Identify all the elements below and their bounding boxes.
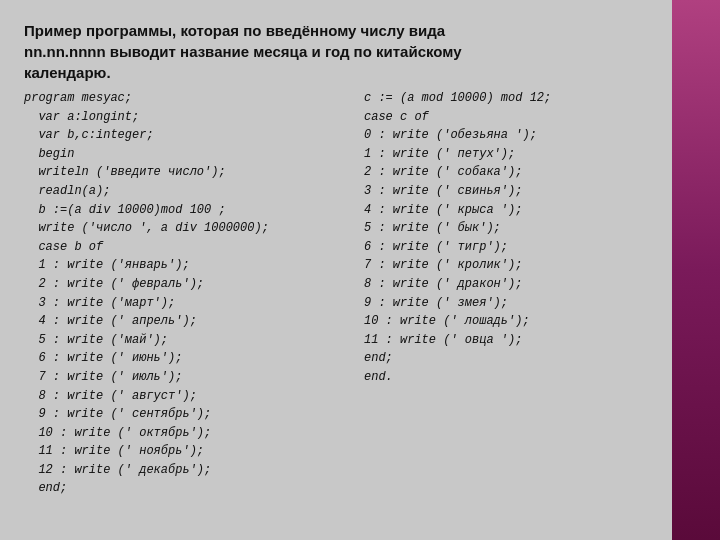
code-line-right-5: 3 : write (' свинья');: [364, 182, 604, 201]
code-line-right-3: 1 : write (' петух');: [364, 145, 604, 164]
code-line-right-12: 10 : write (' лошадь');: [364, 312, 604, 331]
code-line-right-9: 7 : write (' кролик');: [364, 256, 604, 275]
title-line1: Пример программы, которая по введённому …: [24, 22, 445, 39]
code-line-left-16: 8 : write (' август');: [24, 387, 344, 406]
title-line3: календарю.: [24, 64, 111, 81]
code-line-left-4: writeln ('введите число');: [24, 163, 344, 182]
code-line-left-3: begin: [24, 145, 344, 164]
code-line-right-7: 5 : write (' бык');: [364, 219, 604, 238]
main-content: Пример программы, которая по введённому …: [0, 0, 672, 540]
code-line-left-15: 7 : write (' июль');: [24, 368, 344, 387]
code-line-right-13: 11 : write (' овца ');: [364, 331, 604, 350]
code-line-left-7: write ('число ', a div 1000000);: [24, 219, 344, 238]
code-line-right-11: 9 : write (' змея');: [364, 294, 604, 313]
code-line-right-14: end;: [364, 349, 604, 368]
code-line-left-8: case b of: [24, 238, 344, 257]
code-line-left-0: program mesyac;: [24, 89, 344, 108]
code-left: program mesyac; var a:longint; var b,c:i…: [24, 89, 344, 498]
code-line-left-5: readln(a);: [24, 182, 344, 201]
code-line-right-4: 2 : write (' собака');: [364, 163, 604, 182]
code-line-left-1: var a:longint;: [24, 108, 344, 127]
sidebar: [672, 0, 720, 540]
code-line-right-2: 0 : write ('обезьяна ');: [364, 126, 604, 145]
code-line-left-10: 2 : write (' февраль');: [24, 275, 344, 294]
code-right: c := (a mod 10000) mod 12;case c of0 : w…: [344, 89, 604, 498]
code-line-left-19: 11 : write (' ноябрь');: [24, 442, 344, 461]
code-line-left-18: 10 : write (' октябрь');: [24, 424, 344, 443]
code-line-left-14: 6 : write (' июнь');: [24, 349, 344, 368]
code-block: program mesyac; var a:longint; var b,c:i…: [24, 89, 648, 498]
code-line-right-0: c := (a mod 10000) mod 12;: [364, 89, 604, 108]
code-line-left-9: 1 : write ('январь');: [24, 256, 344, 275]
code-line-left-11: 3 : write ('март');: [24, 294, 344, 313]
title-block: Пример программы, которая по введённому …: [24, 20, 648, 83]
code-line-right-8: 6 : write (' тигр');: [364, 238, 604, 257]
code-line-right-16: end.: [364, 368, 604, 387]
code-line-left-17: 9 : write (' сентябрь');: [24, 405, 344, 424]
code-line-left-12: 4 : write (' апрель');: [24, 312, 344, 331]
code-line-left-2: var b,c:integer;: [24, 126, 344, 145]
title-line2: nn.nn.nnnn выводит название месяца и год…: [24, 43, 462, 60]
code-line-right-10: 8 : write (' дракон');: [364, 275, 604, 294]
code-line-left-13: 5 : write ('май');: [24, 331, 344, 350]
code-line-right-1: case c of: [364, 108, 604, 127]
code-line-left-20: 12 : write (' декабрь');: [24, 461, 344, 480]
code-line-left-21: end;: [24, 479, 344, 498]
code-line-left-6: b :=(a div 10000)mod 100 ;: [24, 201, 344, 220]
code-line-right-6: 4 : write (' крыса ');: [364, 201, 604, 220]
